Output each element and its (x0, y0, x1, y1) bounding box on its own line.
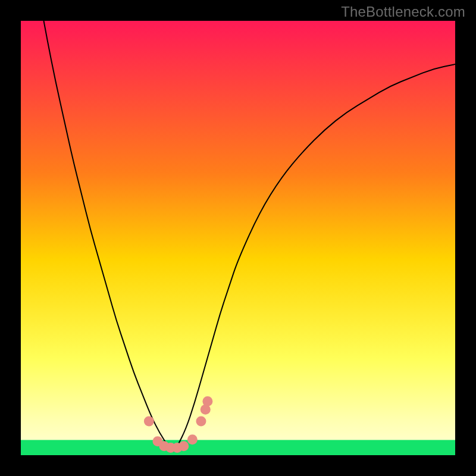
data-point-marker (144, 416, 154, 427)
data-point-marker (187, 434, 198, 444)
data-point-marker (196, 416, 206, 427)
bottleneck-chart (21, 21, 455, 455)
plot-area (21, 21, 455, 455)
green-optimal-band (21, 440, 455, 455)
outer-frame: TheBottleneck.com (0, 0, 476, 476)
data-point-marker (178, 441, 189, 451)
data-point-marker (202, 396, 212, 406)
watermark-text: TheBottleneck.com (341, 4, 465, 20)
